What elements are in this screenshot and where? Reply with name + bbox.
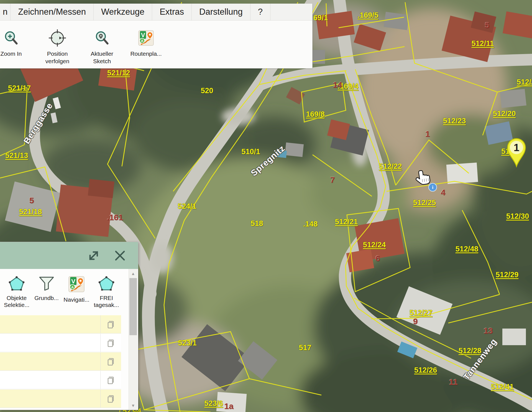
toolbar: Zoom InPosition verfolgenAktueller Sketc… xyxy=(0,21,312,68)
current-sketch-icon xyxy=(94,27,110,49)
attribute-panel-header[interactable] xyxy=(0,242,138,269)
svg-text:V: V xyxy=(71,278,76,285)
panel-tool-label: Grundb... xyxy=(34,294,59,301)
expand-icon[interactable] xyxy=(87,249,101,263)
attribute-value-field[interactable] xyxy=(0,390,101,408)
svg-text:V: V xyxy=(141,32,145,39)
panel-tool-select-objects[interactable]: Objekte Selektie... xyxy=(2,276,32,308)
menu-item-help[interactable]: ? xyxy=(250,4,270,20)
panel-tool-label: FREI tagesak... xyxy=(91,294,121,308)
toolbar-button-track-position[interactable]: Position verfolgen xyxy=(39,27,76,65)
menu-item-extras[interactable]: Extras xyxy=(152,4,192,20)
menu-bar: nZeichnen/MessenWerkzeugeExtrasDarstellu… xyxy=(0,4,312,21)
attribute-panel: Objekte Selektie...Grundb...VANavigati..… xyxy=(0,242,138,410)
svg-text:A: A xyxy=(71,285,74,289)
toolbar-button-label: Zoom In xyxy=(0,50,22,57)
toolbar-button-label: Position verfolgen xyxy=(39,50,76,65)
copy-icon[interactable] xyxy=(101,394,121,403)
polygon-daily-icon xyxy=(98,276,114,292)
svg-text:A: A xyxy=(141,39,144,43)
attribute-row xyxy=(0,315,121,334)
copy-icon[interactable] xyxy=(101,320,121,329)
panel-tool-polygon-daily[interactable]: FREI tagesak... xyxy=(91,276,121,308)
zoom-in-icon xyxy=(3,27,19,49)
panel-scrollbar[interactable]: ▲ ▼ xyxy=(129,269,137,410)
close-icon[interactable] xyxy=(113,249,127,263)
navigation-icon: VA xyxy=(68,276,85,293)
copy-icon[interactable] xyxy=(101,357,121,366)
scrollbar-thumb[interactable] xyxy=(129,278,137,335)
toolbar-button-label: Aktueller Sketch xyxy=(84,50,120,65)
scroll-down-icon[interactable]: ▼ xyxy=(129,401,137,410)
menu-item-zeichnen-messen[interactable]: Zeichnen/Messen xyxy=(11,4,94,20)
gis-application-window: 69/1.169/5512/11512/13.169/4169/8512/235… xyxy=(0,0,532,412)
select-objects-icon xyxy=(9,276,25,292)
panel-tool-filter[interactable]: Grundb... xyxy=(32,276,62,308)
route-planner-icon: VA xyxy=(138,27,154,49)
attribute-value-field[interactable] xyxy=(0,315,101,333)
track-position-icon xyxy=(48,27,66,49)
attribute-row xyxy=(0,389,121,408)
toolbar-button-route-planner[interactable]: VARoutenpla... xyxy=(126,27,166,57)
menu-item-n[interactable]: n xyxy=(0,4,11,20)
attribute-panel-body: Objekte Selektie...Grundb...VANavigati..… xyxy=(0,269,138,410)
panel-tool-label: Objekte Selektie... xyxy=(2,294,32,308)
menu-item-darstellung[interactable]: Darstellung xyxy=(192,4,250,20)
scroll-up-icon[interactable]: ▲ xyxy=(129,269,137,278)
copy-icon[interactable] xyxy=(101,375,121,385)
panel-toolbar: Objekte Selektie...Grundb...VANavigati..… xyxy=(0,269,138,308)
filter-icon xyxy=(39,276,55,292)
attribute-value-field[interactable] xyxy=(0,371,101,389)
toolbar-button-label: Routenpla... xyxy=(130,50,162,57)
menu-item-werkzeuge[interactable]: Werkzeuge xyxy=(94,4,152,20)
copy-icon[interactable] xyxy=(101,338,121,348)
panel-tool-label: Navigati... xyxy=(63,296,89,303)
top-panel: nZeichnen/MessenWerkzeugeExtrasDarstellu… xyxy=(0,4,313,68)
toolbar-button-current-sketch[interactable]: Aktueller Sketch xyxy=(84,27,120,65)
attribute-row xyxy=(0,334,121,352)
attribute-rows xyxy=(0,315,121,408)
panel-tool-navigation[interactable]: VANavigati... xyxy=(62,276,91,308)
attribute-value-field[interactable] xyxy=(0,352,101,370)
toolbar-button-zoom-in[interactable]: Zoom In xyxy=(0,27,29,57)
attribute-row xyxy=(0,352,121,371)
attribute-value-field[interactable] xyxy=(0,334,101,352)
attribute-row xyxy=(0,371,121,389)
